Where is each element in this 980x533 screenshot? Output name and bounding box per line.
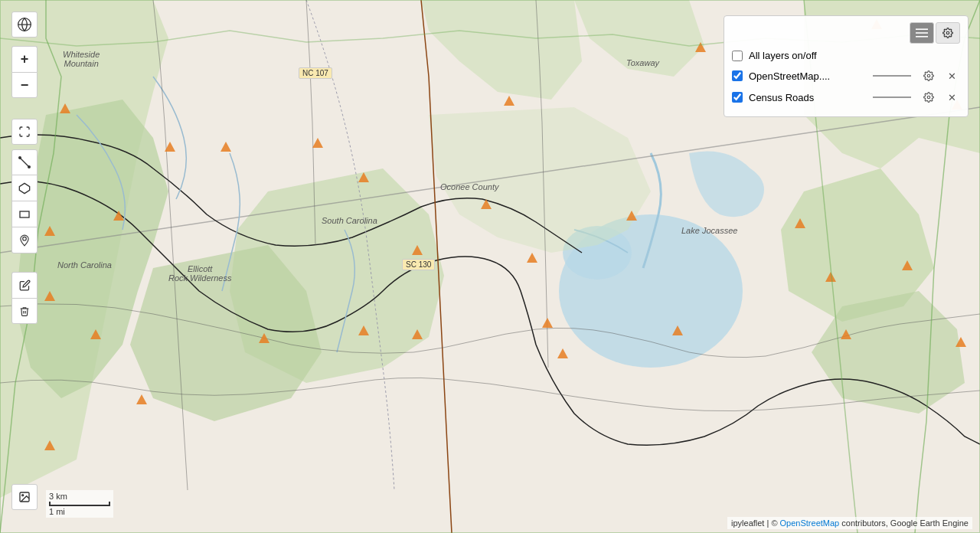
svg-point-42 xyxy=(22,495,24,496)
census-layer-style-line xyxy=(873,96,911,98)
all-layers-checkbox[interactable] xyxy=(732,51,743,61)
drawing-tools xyxy=(11,149,38,253)
census-layer-checkbox[interactable] xyxy=(732,92,743,103)
layer-row-census: Census Roads ✕ xyxy=(732,89,960,106)
svg-point-36 xyxy=(19,157,21,159)
svg-rect-39 xyxy=(20,211,29,217)
panel-settings-button[interactable] xyxy=(936,22,960,44)
svg-marker-38 xyxy=(19,183,29,193)
attribution-suffix: contributors, Google Earth Engine xyxy=(841,518,969,528)
census-layer-remove-button[interactable]: ✕ xyxy=(943,89,960,106)
draw-line-button[interactable] xyxy=(11,149,38,175)
edit-tools xyxy=(11,272,38,324)
census-layer-settings-button[interactable] xyxy=(920,89,937,106)
svg-point-46 xyxy=(946,31,949,34)
draw-marker-button[interactable] xyxy=(11,227,38,253)
draw-polygon-button[interactable] xyxy=(11,175,38,201)
screenshot-button[interactable] xyxy=(11,484,38,510)
osm-layer-checkbox[interactable] xyxy=(732,70,743,81)
attribution-prefix: ipyleaflet | © xyxy=(731,518,780,528)
osm-layer-name: OpenStreetMap.... xyxy=(749,70,864,82)
svg-point-48 xyxy=(927,96,930,99)
scale-bar: 3 km 1 mi xyxy=(46,490,113,518)
map-container: WhitesideMountain North Carolina South C… xyxy=(0,0,980,533)
svg-point-47 xyxy=(927,74,930,77)
edit-feature-button[interactable] xyxy=(11,272,38,298)
globe-button[interactable] xyxy=(11,11,38,38)
delete-feature-button[interactable] xyxy=(11,298,38,324)
zoom-controls: + − xyxy=(11,46,38,98)
scale-km-label: 3 km xyxy=(49,492,110,501)
scale-ruler-km xyxy=(49,502,110,506)
osm-layer-remove-button[interactable]: ✕ xyxy=(943,67,960,84)
fullscreen-button[interactable] xyxy=(11,119,38,145)
all-layers-label: All layers on/off xyxy=(749,50,817,61)
zoom-in-button[interactable]: + xyxy=(11,46,38,72)
census-layer-name: Census Roads xyxy=(749,92,864,103)
osm-layer-settings-button[interactable] xyxy=(920,67,937,84)
draw-rectangle-button[interactable] xyxy=(11,201,38,227)
scale-mi-label: 1 mi xyxy=(49,507,110,516)
osm-layer-style-line xyxy=(873,75,911,77)
layer-row-osm: OpenStreetMap.... ✕ xyxy=(732,67,960,84)
zoom-out-button[interactable]: − xyxy=(11,72,38,98)
layer-panel-header xyxy=(732,22,960,44)
svg-point-40 xyxy=(23,237,27,240)
all-layers-row: All layers on/off xyxy=(732,50,960,61)
svg-point-37 xyxy=(28,166,31,168)
attribution: ipyleaflet | © OpenStreetMap contributor… xyxy=(727,517,972,529)
layers-list-button[interactable] xyxy=(910,22,934,44)
layer-panel: All layers on/off OpenStreetMap.... ✕ Ce… xyxy=(724,15,969,117)
osm-link[interactable]: OpenStreetMap xyxy=(780,518,840,528)
